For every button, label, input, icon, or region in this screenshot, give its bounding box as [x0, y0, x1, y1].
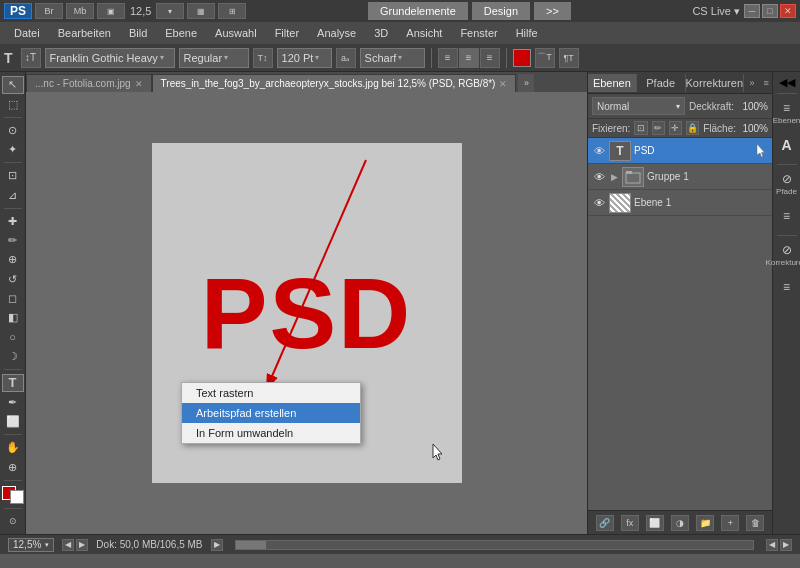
menu-filter[interactable]: Filter — [267, 25, 307, 41]
fix-transparent-btn[interactable]: ⊡ — [634, 121, 647, 135]
ctx-text-rastern[interactable]: Text rastern — [182, 383, 360, 403]
layer-row-ebene1[interactable]: 👁 Ebene 1 — [588, 190, 772, 216]
fill-value[interactable]: 100% — [740, 123, 768, 134]
stamp-tool[interactable]: ⊕ — [2, 251, 24, 268]
scrollbar-thumb[interactable] — [236, 541, 266, 549]
font-style-dropdown[interactable]: Regular ▾ — [179, 48, 249, 68]
history-tool[interactable]: ↺ — [2, 271, 24, 288]
fix-move-btn[interactable]: ✛ — [669, 121, 682, 135]
nav-next-btn[interactable]: ▶ — [76, 539, 88, 551]
font-size-dropdown[interactable]: 120 Pt ▾ — [277, 48, 332, 68]
background-color[interactable] — [10, 490, 24, 504]
fr-menu2-btn[interactable]: ≡ — [775, 201, 799, 231]
menu-bearbeiten[interactable]: Bearbeiten — [50, 25, 119, 41]
br-icon[interactable]: Br — [35, 3, 63, 19]
status-scroll-left[interactable]: ◀ — [766, 539, 778, 551]
align-left-btn[interactable]: ≡ — [438, 48, 458, 68]
panel-tabs-more[interactable]: » — [744, 72, 760, 94]
type-orientation-btn[interactable]: ↕T — [21, 48, 41, 68]
fr-korrekturen-btn[interactable]: ⊘ Korrekturen — [775, 240, 799, 270]
quick-mask-btn[interactable]: ⊙ — [2, 513, 24, 530]
nav-prev-btn[interactable]: ◀ — [62, 539, 74, 551]
warp-text-btn[interactable]: ⌒T — [535, 48, 555, 68]
menu-auswahl[interactable]: Auswahl — [207, 25, 265, 41]
link-layers-btn[interactable]: 🔗 — [596, 515, 614, 531]
cs-live-btn[interactable]: CS Live ▾ — [692, 5, 740, 18]
add-style-btn[interactable]: fx — [621, 515, 639, 531]
fr-menu3-btn[interactable]: ≡ — [775, 272, 799, 302]
new-layer-btn[interactable]: + — [721, 515, 739, 531]
gradient-tool[interactable]: ◧ — [2, 309, 24, 326]
ctx-form-umwandeln[interactable]: In Form umwandeln — [182, 423, 360, 443]
shape-tool[interactable]: ⬜ — [2, 413, 24, 430]
fix-all-btn[interactable]: 🔒 — [686, 121, 699, 135]
tab-trees[interactable]: Trees_in_the_fog3_by_archaeopteryx_stock… — [152, 74, 517, 92]
panel-tab-menu[interactable]: ≡ — [760, 72, 772, 94]
layer-row-psd[interactable]: 👁 T PSD — [588, 138, 772, 164]
eyedropper-tool[interactable]: ⊿ — [2, 187, 24, 204]
eraser-tool[interactable]: ◻ — [2, 290, 24, 307]
grundelemente-btn[interactable]: Grundelemente — [368, 2, 468, 20]
crop-tool[interactable]: ⊡ — [2, 167, 24, 184]
marquee-tool[interactable]: ⬚ — [2, 96, 24, 113]
text-color-swatch[interactable] — [513, 49, 531, 67]
layer-visibility-ebene1[interactable]: 👁 — [592, 196, 606, 210]
menu-fenster[interactable]: Fenster — [452, 25, 505, 41]
layer-visibility-psd[interactable]: 👁 — [592, 144, 606, 158]
zoom-dropdown[interactable]: ▾ — [156, 3, 184, 19]
menu-analyse[interactable]: Analyse — [309, 25, 364, 41]
tab-trees-close[interactable]: ✕ — [499, 79, 507, 89]
menu-bild[interactable]: Bild — [121, 25, 155, 41]
new-group-btn[interactable]: 📁 — [696, 515, 714, 531]
hand-tool[interactable]: ✋ — [2, 439, 24, 456]
healing-tool[interactable]: ✚ — [2, 213, 24, 230]
status-zoom-dropdown[interactable]: 12,5% ▾ — [8, 538, 54, 552]
lasso-tool[interactable]: ⊙ — [2, 122, 24, 139]
font-family-dropdown[interactable]: Franklin Gothic Heavy ▾ — [45, 48, 175, 68]
design-btn[interactable]: Design — [472, 2, 530, 20]
dodge-tool[interactable]: ☽ — [2, 348, 24, 365]
delete-layer-btn[interactable]: 🗑 — [746, 515, 764, 531]
align-right-btn[interactable]: ≡ — [480, 48, 500, 68]
horizontal-scrollbar[interactable] — [235, 540, 754, 550]
frame-icon[interactable]: ▣ — [97, 3, 125, 19]
move-tool[interactable]: ↖ — [2, 76, 24, 94]
magic-wand-tool[interactable]: ✦ — [2, 141, 24, 158]
fr-a-btn[interactable]: A — [775, 130, 799, 160]
menu-hilfe[interactable]: Hilfe — [508, 25, 546, 41]
close-btn[interactable]: ✕ — [780, 4, 796, 18]
panel-collapse-btn[interactable]: ◀◀ — [773, 76, 800, 89]
add-mask-btn[interactable]: ⬜ — [646, 515, 664, 531]
blend-mode-dropdown[interactable]: Normal ▾ — [592, 97, 685, 115]
more-workspaces-btn[interactable]: >> — [534, 2, 571, 20]
menu-ansicht[interactable]: Ansicht — [398, 25, 450, 41]
view-icon[interactable]: ▦ — [187, 3, 215, 19]
opacity-value[interactable]: 100% — [738, 101, 768, 112]
tab-fotolia[interactable]: ...nc - Fotolia.com.jpg ✕ — [26, 74, 152, 92]
panel-tab-ebenen[interactable]: Ebenen — [588, 74, 637, 92]
align-center-btn[interactable]: ≡ — [459, 48, 479, 68]
layer-visibility-gruppe1[interactable]: 👁 — [592, 170, 606, 184]
pen-tool[interactable]: ✒ — [2, 394, 24, 411]
maximize-btn[interactable]: □ — [762, 4, 778, 18]
minimize-btn[interactable]: ─ — [744, 4, 760, 18]
zoom-tool[interactable]: ⊕ — [2, 458, 24, 475]
antialiasing-dropdown[interactable]: Scharf ▾ — [360, 48, 425, 68]
new-adj-layer-btn[interactable]: ◑ — [671, 515, 689, 531]
fix-brush-btn[interactable]: ✏ — [652, 121, 665, 135]
menu-ebene[interactable]: Ebene — [157, 25, 205, 41]
blur-tool[interactable]: ○ — [2, 329, 24, 346]
tab-fotolia-close[interactable]: ✕ — [135, 79, 143, 89]
screen-icon[interactable]: ⊞ — [218, 3, 246, 19]
character-palette-btn[interactable]: ¶T — [559, 48, 579, 68]
menu-3d[interactable]: 3D — [366, 25, 396, 41]
tabs-overflow-btn[interactable]: » — [518, 74, 534, 92]
status-info-arrow[interactable]: ▶ — [211, 539, 223, 551]
panel-tab-pfade[interactable]: Pfade — [637, 74, 686, 92]
fr-ebenen-btn[interactable]: ≡ Ebenen — [775, 98, 799, 128]
menu-datei[interactable]: Datei — [6, 25, 48, 41]
brush-tool[interactable]: ✏ — [2, 232, 24, 249]
fr-pfade-btn[interactable]: ⊘ Pfade — [775, 169, 799, 199]
panel-tab-korrekturen[interactable]: Korrekturen — [686, 74, 744, 92]
mb-icon[interactable]: Mb — [66, 3, 94, 19]
